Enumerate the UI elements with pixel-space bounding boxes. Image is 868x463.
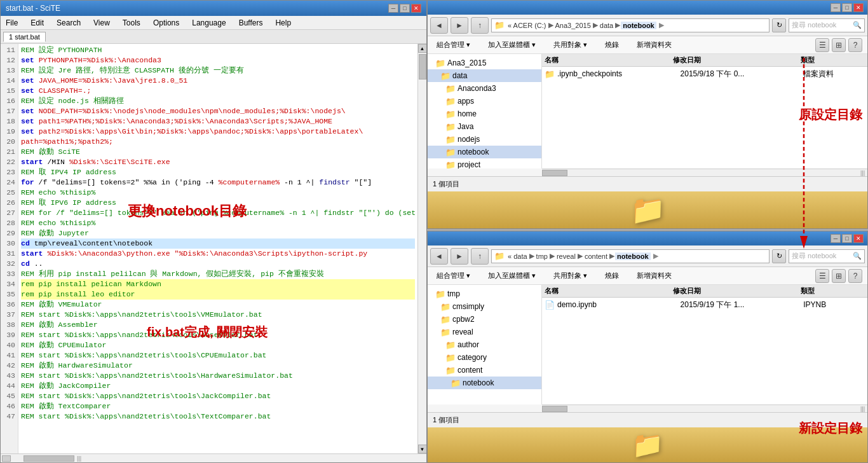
- breadcrumb-notebook[interactable]: notebook: [621, 22, 656, 29]
- hscroll-thumb[interactable]: [24, 455, 74, 462]
- tree-folder-icon-cmsimply: 📁: [440, 302, 451, 312]
- scite-menubar: File Edit Search View Tools Options Lang…: [1, 16, 426, 30]
- tree-home[interactable]: 📁home: [428, 107, 541, 120]
- view-details-btn-top[interactable]: ☰: [815, 38, 829, 52]
- tree-reveal[interactable]: 📁reveal: [428, 326, 541, 338]
- menu-language[interactable]: Language: [189, 18, 228, 28]
- search-box-bottom[interactable]: 搜尋 notebook 🔍: [789, 249, 865, 263]
- file-date-checkpoints: 2015/9/18 下午 0...: [681, 69, 804, 79]
- forward-btn[interactable]: ►: [451, 17, 468, 34]
- ribbon-add-library-top[interactable]: 加入至媒體櫃 ▾: [484, 39, 539, 51]
- explorer-top-minimize-btn[interactable]: ─: [831, 3, 841, 12]
- scite-maximize-btn[interactable]: □: [400, 4, 410, 13]
- view-controls-bottom: ☰ ⊞ ?: [815, 269, 862, 283]
- breadcrumb-ana3[interactable]: Ana3_2015: [554, 22, 592, 29]
- up-btn[interactable]: ↑: [471, 17, 489, 34]
- tree-cpbw2[interactable]: 📁cpbw2: [428, 313, 541, 326]
- tree-notebook-bottom[interactable]: 📁notebook: [428, 377, 541, 389]
- explorer-bottom-minimize-btn[interactable]: ─: [831, 234, 841, 243]
- scite-close-btn[interactable]: ✕: [411, 4, 421, 13]
- forward-btn-bottom[interactable]: ►: [451, 248, 468, 265]
- breadcrumb-data[interactable]: data: [599, 22, 614, 29]
- tree-project[interactable]: 📁project: [428, 158, 541, 169]
- tree-java[interactable]: 📁Java: [428, 120, 541, 133]
- tree-tmp[interactable]: 📁tmp: [428, 287, 541, 300]
- file-item-checkpoints[interactable]: 📁 .ipynb_checkpoints 2015/9/18 下午 0... 檔…: [542, 67, 867, 81]
- help-btn-top[interactable]: ?: [848, 38, 862, 52]
- ribbon-share-top[interactable]: 共用對象 ▾: [550, 39, 591, 51]
- tree-folder-icon-tmp: 📁: [435, 289, 445, 299]
- breadcrumb-content[interactable]: content: [583, 252, 609, 260]
- menu-tools[interactable]: Tools: [120, 18, 143, 28]
- view-controls-top: ☰ ⊞ ?: [815, 38, 862, 52]
- tree-category[interactable]: 📁category: [428, 351, 541, 364]
- breadcrumb-data-bottom[interactable]: « data: [506, 252, 529, 260]
- ribbon-burn-top[interactable]: 燒錄: [601, 39, 623, 51]
- explorer-bottom-maximize-btn[interactable]: □: [842, 234, 852, 243]
- col-name-bottom: 名稱: [545, 286, 673, 296]
- explorer-bottom-toolbar: ◄ ► ↑ 📁 « data ▶ tmp ▶ reveal ▶ content …: [428, 245, 867, 267]
- ribbon-new-folder-top[interactable]: 新增資料夾: [633, 39, 675, 51]
- back-btn[interactable]: ◄: [430, 17, 448, 34]
- breadcrumb-reveal[interactable]: reveal: [555, 252, 577, 260]
- tree-author[interactable]: 📁author: [428, 338, 541, 351]
- tree-anaconda3[interactable]: 📁Anaconda3: [428, 82, 541, 95]
- file-hscroll-top[interactable]: |||: [542, 169, 867, 176]
- tree-folder-icon-nodejs: 📁: [445, 135, 456, 144]
- scite-minimize-btn[interactable]: ─: [388, 4, 398, 13]
- tree-data[interactable]: 📁data: [428, 69, 541, 82]
- menu-edit[interactable]: Edit: [28, 18, 46, 28]
- scroll-down-btn[interactable]: ▼: [418, 445, 427, 453]
- breadcrumb-tmp[interactable]: tmp: [535, 252, 549, 260]
- ribbon-organize-top[interactable]: 組合管理 ▾: [433, 39, 474, 51]
- scroll-up-btn[interactable]: ▲: [418, 44, 427, 53]
- active-tab[interactable]: 1 start.bat: [3, 32, 46, 42]
- horizontal-scrollbar[interactable]: |||: [1, 453, 426, 462]
- search-box-top[interactable]: 搜尋 notebook 🔍: [789, 18, 865, 32]
- menu-help[interactable]: Help: [273, 18, 294, 28]
- ribbon-new-folder-bottom[interactable]: 新增資料夾: [633, 270, 675, 282]
- view-details-btn-bottom[interactable]: ☰: [815, 269, 829, 283]
- address-bar-bottom[interactable]: 📁 « data ▶ tmp ▶ reveal ▶ content ▶ note…: [491, 249, 770, 263]
- breadcrumb-root[interactable]: « ACER (C:): [506, 22, 548, 29]
- menu-search[interactable]: Search: [54, 18, 83, 28]
- refresh-btn-bottom[interactable]: ↻: [772, 249, 786, 263]
- menu-file[interactable]: File: [3, 18, 20, 28]
- up-btn-bottom[interactable]: ↑: [471, 248, 489, 265]
- ribbon-add-library-bottom[interactable]: 加入至媒體櫃 ▾: [484, 270, 539, 282]
- ribbon-burn-bottom[interactable]: 燒錄: [601, 270, 623, 282]
- file-hscroll-thumb-bottom[interactable]: [542, 406, 567, 412]
- scroll-thumb[interactable]: [419, 54, 426, 79]
- view-tiles-btn-bottom[interactable]: ⊞: [832, 269, 846, 283]
- tree-content-bottom[interactable]: 📁content: [428, 364, 541, 377]
- file-hscroll-thumb-top[interactable]: [542, 170, 567, 176]
- menu-view[interactable]: View: [91, 18, 112, 28]
- tree-cmsimply[interactable]: 📁cmsimply: [428, 300, 541, 313]
- explorer-bottom-close-btn[interactable]: ✕: [853, 234, 864, 243]
- tree-notebook-top[interactable]: 📁notebook: [428, 146, 541, 158]
- explorer-top-close-btn[interactable]: ✕: [853, 3, 864, 12]
- breadcrumb-notebook-bottom[interactable]: notebook: [615, 252, 651, 260]
- hscroll-left-btn[interactable]: [2, 455, 11, 462]
- tree-folder-icon-content: 📁: [445, 366, 456, 375]
- code-editor[interactable]: 1112131415 1617181920 2122232425 2627282…: [1, 44, 426, 453]
- col-type-bottom: 類型: [801, 286, 865, 296]
- tree-nodejs[interactable]: 📁nodejs: [428, 133, 541, 146]
- menu-options[interactable]: Options: [151, 18, 182, 28]
- file-hscroll-bottom[interactable]: |||: [542, 404, 867, 412]
- refresh-btn-top[interactable]: ↻: [772, 18, 786, 32]
- back-btn-bottom[interactable]: ◄: [430, 248, 448, 265]
- help-btn-bottom[interactable]: ?: [848, 269, 862, 283]
- file-item-demo[interactable]: 📄 demo.ipynb 2015/9/19 下午 1... IPYNB: [542, 298, 867, 312]
- vertical-scrollbar[interactable]: ▲ ▼: [417, 44, 426, 453]
- file-date-demo: 2015/9/19 下午 1...: [681, 300, 804, 310]
- view-tiles-btn-top[interactable]: ⊞: [832, 38, 846, 52]
- tree-ana3[interactable]: 📁Ana3_2015: [428, 57, 541, 69]
- ribbon-share-bottom[interactable]: 共用對象 ▾: [550, 270, 591, 282]
- address-bar-top[interactable]: 📁 « ACER (C:) ▶ Ana3_2015 ▶ data ▶ noteb…: [491, 18, 770, 32]
- menu-buffers[interactable]: Buffers: [236, 18, 266, 28]
- tree-apps[interactable]: 📁apps: [428, 95, 541, 107]
- ribbon-organize-bottom[interactable]: 組合管理 ▾: [433, 270, 474, 282]
- explorer-top-maximize-btn[interactable]: □: [842, 3, 852, 12]
- file-folder-icon-checkpoints: 📁: [545, 69, 555, 79]
